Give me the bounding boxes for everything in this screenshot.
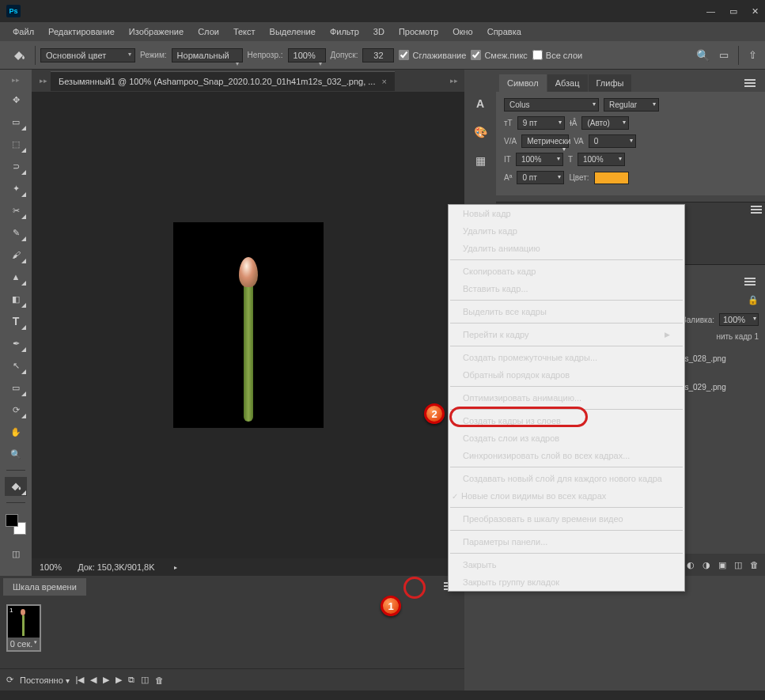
bucket-tool-icon[interactable] <box>8 44 30 66</box>
hand-tool[interactable]: ✋ <box>5 422 27 441</box>
tolerance-input[interactable]: 32 <box>362 48 394 62</box>
move-tool[interactable]: ✥ <box>5 90 27 109</box>
delete-frame-icon[interactable]: 🗑 <box>155 675 164 685</box>
tab-glyphs[interactable]: Глифы <box>589 74 632 92</box>
panel-menu-button[interactable] <box>738 76 762 92</box>
menu-image[interactable]: Изображение <box>123 25 190 39</box>
maximize-button[interactable]: ▭ <box>729 6 737 17</box>
expand-icon[interactable]: ▸▸ <box>36 77 51 85</box>
context-menu-item[interactable]: Перейти к кадру▶ <box>449 326 684 343</box>
crop-tool[interactable]: ✂ <box>5 201 27 220</box>
delete-icon[interactable]: 🗑 <box>750 560 759 569</box>
tab-paragraph[interactable]: Абзац <box>547 74 588 92</box>
all-layers-checkbox[interactable]: Все слои <box>532 50 582 60</box>
text-color-chip[interactable] <box>594 172 629 184</box>
context-menu-item[interactable]: Параметры панели... <box>449 533 684 551</box>
context-menu-item[interactable]: Оптимизировать анимацию... <box>449 389 684 407</box>
document-tab[interactable]: Безымянный1 @ 100% (Ashampoo_Snap_2020.1… <box>51 71 395 91</box>
context-menu-item[interactable]: Преобразовать в шкалу времени видео <box>449 510 684 528</box>
loop-icon[interactable]: ⟳ <box>6 675 13 685</box>
fill-opacity-input[interactable]: 100%▾ <box>719 313 759 326</box>
font-family-dropdown[interactable]: Colus <box>504 98 599 112</box>
panel-expand-icon[interactable]: ▸▸ <box>444 77 464 85</box>
hscale-input[interactable]: 100% <box>578 153 625 166</box>
context-menu-item[interactable]: Выделить все кадры <box>449 303 684 320</box>
font-style-dropdown[interactable]: Regular <box>604 98 659 112</box>
font-size-input[interactable]: 9 пт <box>517 116 565 130</box>
play-icon[interactable]: ▶ <box>103 675 109 685</box>
mask-icon[interactable]: ◐ <box>687 560 695 570</box>
kerning-input[interactable]: Метрически <box>521 134 569 148</box>
new-frame-icon[interactable]: ◫ <box>141 675 149 685</box>
frame-icon[interactable]: ▭ <box>719 49 729 61</box>
menu-file[interactable]: Файл <box>6 25 40 39</box>
context-menu-item[interactable]: Новый кадр <box>449 205 684 222</box>
context-menu-item[interactable]: Создать кадры из слоев <box>449 412 684 429</box>
pen-tool[interactable]: ✒ <box>5 334 27 353</box>
tab-timeline[interactable]: Шкала времени <box>3 578 86 596</box>
menu-edit[interactable]: Редактирование <box>42 25 121 39</box>
canvas[interactable] <box>32 92 464 558</box>
zoom-level[interactable]: 100% <box>40 562 62 572</box>
close-tab-icon[interactable]: × <box>381 77 386 86</box>
next-frame-icon[interactable]: ▶ <box>116 675 122 685</box>
context-menu-item[interactable]: Скопировать кадр <box>449 263 684 280</box>
color-swatch[interactable] <box>6 514 26 535</box>
context-menu-item[interactable]: Закрыть <box>449 556 684 573</box>
lock-icon[interactable]: 🔒 <box>748 295 759 305</box>
marquee-tool[interactable]: ⬚ <box>5 134 27 153</box>
frame-thumbnail[interactable]: 1 0 сек.▾ <box>6 604 41 652</box>
shape-tool[interactable]: ▭ <box>5 378 27 397</box>
rotate-view-tool[interactable]: ⟳ <box>5 400 27 419</box>
menu-select[interactable]: Выделение <box>263 25 322 39</box>
brush-tool[interactable]: 🖌 <box>5 245 27 264</box>
search-icon[interactable]: 🔍 <box>696 49 710 62</box>
path-select-tool[interactable]: ↖ <box>5 356 27 375</box>
collapse-icon[interactable]: ▸▸ <box>12 76 20 84</box>
artboard-tool[interactable]: ▭ <box>5 112 27 131</box>
lasso-tool[interactable]: ⊃ <box>5 157 27 176</box>
context-menu-item[interactable]: Создать слои из кадров <box>449 429 684 447</box>
stamp-tool[interactable]: ▲ <box>5 267 27 286</box>
contiguous-checkbox[interactable]: Смеж.пикс <box>471 50 527 60</box>
fill-tool[interactable] <box>5 477 27 496</box>
tween-icon[interactable]: ⧉ <box>128 675 134 685</box>
new-layer-icon[interactable]: ◫ <box>734 560 742 570</box>
panel-menu-button[interactable] <box>751 206 762 214</box>
eraser-tool[interactable]: ◧ <box>5 289 27 308</box>
opacity-input[interactable]: 100% <box>288 48 326 62</box>
adjustment-icon[interactable]: ◑ <box>703 560 710 570</box>
prev-frame-icon[interactable]: ◀ <box>90 675 97 685</box>
frame-duration[interactable]: 0 сек.▾ <box>8 638 40 650</box>
close-button[interactable]: ✕ <box>752 6 759 17</box>
menu-text[interactable]: Текст <box>227 25 262 39</box>
menu-window[interactable]: Окно <box>446 25 479 39</box>
context-menu-item[interactable]: Закрыть группу вкладок <box>449 573 684 591</box>
tab-character[interactable]: Символ <box>499 74 547 92</box>
baseline-input[interactable]: 0 пт <box>517 171 564 184</box>
menu-help[interactable]: Справка <box>481 25 528 39</box>
grid-icon[interactable]: ▦ <box>470 150 490 171</box>
minimize-button[interactable]: ― <box>706 6 715 17</box>
first-frame-icon[interactable]: |◀ <box>76 675 85 685</box>
eyedropper-tool[interactable]: ✎ <box>5 223 27 242</box>
antialias-checkbox[interactable]: Сглаживание <box>399 50 466 60</box>
loop-dropdown[interactable]: Постоянно ▾ <box>20 675 70 685</box>
menu-layers[interactable]: Слои <box>191 25 225 39</box>
menu-filter[interactable]: Фильтр <box>324 25 365 39</box>
share-icon[interactable]: ⇧ <box>748 49 757 61</box>
character-icon[interactable]: A <box>470 93 490 114</box>
fill-source-dropdown[interactable]: Основной цвет <box>40 48 135 62</box>
zoom-tool[interactable]: 🔍 <box>5 445 27 464</box>
context-menu-item[interactable]: ✓Новые слои видимы во всех кадрах <box>449 487 684 505</box>
vscale-input[interactable]: 100% <box>516 153 563 166</box>
tracking-input[interactable]: 0 <box>589 134 636 148</box>
magic-wand-tool[interactable]: ✦ <box>5 179 27 198</box>
layers-menu-button[interactable] <box>738 274 762 290</box>
leading-input[interactable]: (Авто) <box>581 116 629 130</box>
context-menu-item[interactable]: Создавать новый слой для каждого нового … <box>449 470 684 487</box>
type-tool[interactable]: T <box>5 312 27 331</box>
blend-mode-dropdown[interactable]: Нормальный <box>172 48 243 62</box>
group-icon[interactable]: ▣ <box>718 560 726 570</box>
menu-3d[interactable]: 3D <box>367 25 391 39</box>
